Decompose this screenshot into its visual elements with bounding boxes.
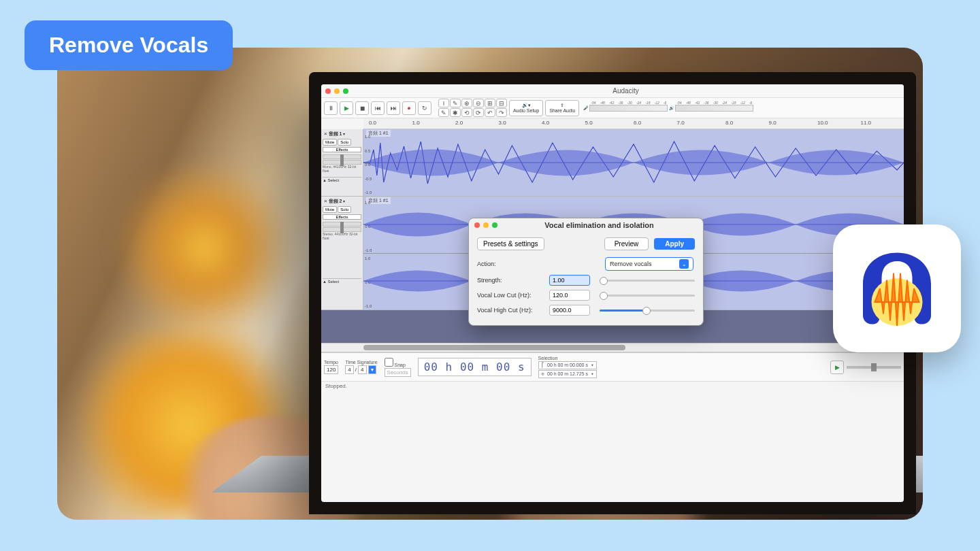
record-button[interactable]: ● xyxy=(402,101,416,115)
preview-button[interactable]: Preview xyxy=(604,237,649,250)
window-close-icon[interactable] xyxy=(325,88,331,94)
timesig-den[interactable]: 4 xyxy=(358,365,366,374)
action-label: Action: xyxy=(477,261,545,267)
draw-tool-icon[interactable]: ✎ xyxy=(438,108,449,117)
track-2-panel[interactable]: × 音頻 2 ▾ MuteSolo Effects Stereo, 44100H… xyxy=(321,197,363,310)
low-cut-label: Vocal Low Cut (Hz): xyxy=(477,292,545,299)
audacity-window: Audacity ⏸ ▶ ◼ ⏮ ⏭ ● ↻ I ✎ ⊕ ⊖ ⊞ ⊟ ✎ xyxy=(321,84,904,502)
snap-checkbox[interactable] xyxy=(385,358,393,367)
zoom-out-icon[interactable]: ⊖ xyxy=(473,99,484,107)
photo-frame: Audacity ⏸ ▶ ◼ ⏮ ⏭ ● ↻ I ✎ ⊕ ⊖ ⊞ ⊟ ✎ xyxy=(57,48,923,520)
snap-unit[interactable]: Seconds xyxy=(385,368,411,377)
selection-tool-icon[interactable]: I xyxy=(438,99,449,107)
time-display[interactable]: 00 h 00 m 00 s xyxy=(418,358,532,376)
timesig-menu-icon[interactable]: ▾ xyxy=(368,365,376,374)
gain-slider[interactable] xyxy=(323,154,361,159)
playback-meter[interactable]: -54-48-42-36-30-24-18-12-6 xyxy=(675,105,753,112)
track-close-icon[interactable]: × xyxy=(323,131,329,137)
skip-start-button[interactable]: ⏮ xyxy=(371,101,385,115)
track-1: × 音頻 1 ▾ MuteSolo Effects Mono, 44100Hz … xyxy=(321,129,904,197)
trim-icon[interactable]: ⟲ xyxy=(461,108,472,117)
high-cut-slider[interactable] xyxy=(600,310,695,312)
strength-slider[interactable] xyxy=(600,280,695,282)
select-label[interactable]: ▲ Select xyxy=(323,177,361,182)
dialog-title: Vocal elimination and isolation xyxy=(501,221,698,229)
solo-button[interactable]: Solo xyxy=(338,206,351,213)
envelope-tool-icon[interactable]: ✎ xyxy=(450,99,461,107)
track-1-waveform[interactable]: 音頻 1 #1 1.00.50.0-0.5-1.0 xyxy=(363,129,904,196)
chevron-down-icon: ⌄ xyxy=(679,259,689,269)
gain-slider[interactable] xyxy=(323,222,361,227)
low-cut-input[interactable] xyxy=(549,290,590,301)
window-title: Audacity xyxy=(352,87,900,95)
track-info: Stereo, 44100Hz 32-bit float xyxy=(323,233,361,240)
solo-button[interactable]: Solo xyxy=(338,139,351,146)
presets-button[interactable]: Presets & settings xyxy=(477,237,544,250)
high-cut-label: Vocal High Cut (Hz): xyxy=(477,307,545,314)
speed-slider[interactable] xyxy=(847,366,901,369)
skip-end-button[interactable]: ⏭ xyxy=(387,101,400,115)
horizontal-scrollbar[interactable] xyxy=(321,343,904,352)
dialog-close-icon[interactable] xyxy=(474,222,480,228)
pan-slider[interactable] xyxy=(323,227,361,232)
action-select[interactable]: Remove vocals⌄ xyxy=(605,257,693,271)
play-button[interactable]: ▶ xyxy=(340,101,353,115)
apply-button[interactable]: Apply xyxy=(654,238,695,250)
selection-start[interactable]: ⎡ 00 h 00 m 00.000 s ▾ xyxy=(538,361,598,369)
bottom-toolbar: Tempo120 Time Signature4/4▾ SnapSeconds … xyxy=(321,352,904,381)
timesig-num[interactable]: 4 xyxy=(345,365,353,374)
pause-button[interactable]: ⏸ xyxy=(324,101,338,115)
strength-input[interactable] xyxy=(549,275,590,286)
play-at-speed-button[interactable]: ▶ xyxy=(830,361,844,374)
effects-button[interactable]: Effects xyxy=(323,147,361,152)
record-meter[interactable]: -54-48-42-36-30-24-18-12-6 xyxy=(589,105,668,112)
speaker-icon: 🔊 xyxy=(669,105,674,110)
share-audio-button[interactable]: ⇪Share Audio xyxy=(545,100,579,116)
redo-icon[interactable]: ↷ xyxy=(496,108,507,117)
track-close-icon[interactable]: × xyxy=(323,198,329,204)
window-minimize-icon[interactable] xyxy=(334,88,340,94)
status-bar: Stopped. xyxy=(321,381,904,390)
fit-project-icon[interactable]: ⊟ xyxy=(496,99,507,107)
strength-label: Strength: xyxy=(477,277,545,284)
main-toolbar: ⏸ ▶ ◼ ⏮ ⏭ ● ↻ I ✎ ⊕ ⊖ ⊞ ⊟ ✎ ✱ ⟲ ⟳ xyxy=(321,98,904,118)
audacity-logo xyxy=(833,224,961,352)
dialog-minimize-icon[interactable] xyxy=(483,222,489,228)
laptop: Audacity ⏸ ▶ ◼ ⏮ ⏭ ● ↻ I ✎ ⊕ ⊖ ⊞ ⊟ ✎ xyxy=(309,72,916,514)
multi-tool-icon[interactable]: ✱ xyxy=(450,108,461,117)
high-cut-input[interactable] xyxy=(549,305,590,316)
selection-end[interactable]: ⊙ 00 h 00 m 12.725 s ▾ xyxy=(538,370,598,378)
tempo-input[interactable]: 120 xyxy=(324,365,338,374)
select-label[interactable]: ▲ Select xyxy=(323,278,361,284)
low-cut-slider[interactable] xyxy=(600,295,695,297)
effects-button[interactable]: Effects xyxy=(323,214,361,220)
time-ruler[interactable]: 0.01.02.03.04.05.06.07.08.09.010.011.0 xyxy=(363,118,904,129)
mute-button[interactable]: Mute xyxy=(323,139,337,146)
fit-selection-icon[interactable]: ⊞ xyxy=(485,99,495,107)
window-zoom-icon[interactable] xyxy=(343,88,348,94)
vocal-removal-dialog: Vocal elimination and isolation Presets … xyxy=(468,218,704,326)
zoom-in-icon[interactable]: ⊕ xyxy=(461,99,472,107)
title-badge: Remove Vocals xyxy=(24,20,233,70)
track-info: Mono, 44100Hz 32-bit float xyxy=(323,165,361,173)
loop-button[interactable]: ↻ xyxy=(418,101,431,115)
stop-button[interactable]: ◼ xyxy=(355,101,369,115)
silence-icon[interactable]: ⟳ xyxy=(473,108,484,117)
undo-icon[interactable]: ↶ xyxy=(485,108,495,117)
dialog-zoom-icon[interactable] xyxy=(492,222,497,228)
pan-slider[interactable] xyxy=(323,160,361,165)
mic-icon: 🎤 xyxy=(583,105,588,110)
audio-setup-button[interactable]: 🔊▾Audio Setup xyxy=(509,100,543,116)
track-1-panel[interactable]: × 音頻 1 ▾ MuteSolo Effects Mono, 44100Hz … xyxy=(321,129,363,196)
mute-button[interactable]: Mute xyxy=(323,206,337,213)
